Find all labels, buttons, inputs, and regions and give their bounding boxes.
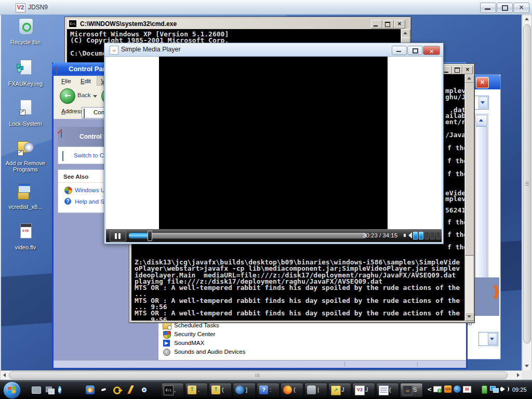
taskbar-button-folder-2[interactable]: ↑( xyxy=(209,383,232,397)
cmd1-titlebar[interactable]: C:\ C:\WINDOWS\system32\cmd.exe xyxy=(66,19,408,29)
chrome-icon[interactable] xyxy=(139,385,149,395)
scroll-up-arrow[interactable] xyxy=(401,29,410,38)
time-display: 30:23 / 34:15 xyxy=(363,232,397,238)
cmd2-close-button[interactable]: × xyxy=(462,66,473,74)
scrollbar-thumb[interactable] xyxy=(475,126,487,299)
volume-bar[interactable] xyxy=(419,232,423,240)
scroll-down-arrow[interactable] xyxy=(465,312,474,321)
mail-download-tray-icon[interactable]: ↓ xyxy=(433,385,442,393)
bg-window-close-button[interactable]: × xyxy=(476,77,489,88)
volume-tray-icon[interactable] xyxy=(500,385,509,393)
scroll-up-arrow[interactable] xyxy=(475,115,487,126)
taskbar-button-firefox[interactable]: ( xyxy=(281,383,303,397)
thunderbird-icon[interactable] xyxy=(99,385,109,395)
player-restore-button[interactable] xyxy=(407,46,422,55)
taskbar-button-app[interactable]: ?: xyxy=(257,383,280,397)
scroll-down-arrow[interactable] xyxy=(525,365,529,367)
security-center-icon xyxy=(163,331,171,339)
desktop-icon-video-flv[interactable]: 9:56 video.flv xyxy=(5,222,46,250)
cmd1-close-button[interactable]: × xyxy=(394,20,405,29)
media-player-icon[interactable] xyxy=(85,385,95,395)
cmd2-scrollbar[interactable] xyxy=(464,74,473,321)
scrollbar-thumb[interactable] xyxy=(9,371,508,379)
volume-bar[interactable] xyxy=(413,232,418,240)
cmd1-minimize-button[interactable] xyxy=(371,20,382,29)
scroll-up-arrow[interactable] xyxy=(465,74,474,83)
player-close-button[interactable]: ✕ xyxy=(423,46,440,55)
vnc-minimize-button[interactable] xyxy=(480,3,496,13)
vnc-horizontal-scrollbar[interactable] xyxy=(0,370,523,380)
window-media-player: ☕ Simple Media Player ✕ 30:23 / 34:15 xyxy=(104,43,444,244)
scrollbar-thumb[interactable] xyxy=(523,24,531,343)
seek-handle[interactable] xyxy=(148,231,152,241)
taskbar-button-folder-1[interactable]: ↑. xyxy=(185,383,208,397)
firefox-icon[interactable] xyxy=(72,385,82,395)
pause-icon xyxy=(118,233,121,239)
video-area[interactable] xyxy=(159,57,388,229)
back-dropdown-arrow[interactable] xyxy=(93,95,97,98)
cmd1-maximize-button[interactable] xyxy=(382,20,394,29)
desktop-icon-vcredist[interactable]: vcredist_x8... xyxy=(5,182,46,210)
key-icon[interactable] xyxy=(112,385,122,395)
start-button[interactable] xyxy=(3,381,21,399)
player-minimize-button[interactable] xyxy=(392,46,407,55)
scroll-left-arrow[interactable] xyxy=(3,373,6,377)
taskbar-button-cmd[interactable]: C:\, xyxy=(161,383,184,397)
terminal-fragment: mplev xyxy=(445,196,466,202)
taskbar-button-java-player[interactable]: ☕S xyxy=(400,383,423,397)
vnc-close-button[interactable]: × xyxy=(513,3,529,13)
bg-window-combobox-2[interactable] xyxy=(478,332,498,346)
control-panel-statusbar xyxy=(54,360,466,368)
scrollbar-thumb[interactable] xyxy=(465,83,474,256)
volume-bar[interactable] xyxy=(424,232,429,240)
desktop-icon-lock-system[interactable]: Lock-System xyxy=(5,99,46,127)
vnc-vertical-scrollbar[interactable] xyxy=(522,15,532,371)
folder-up-icon: ↑ xyxy=(211,385,220,394)
taskbar-button-gray-app[interactable]: | xyxy=(304,383,327,397)
installer-box-icon xyxy=(17,182,34,201)
minimize-icon xyxy=(396,51,401,52)
internet-explorer-icon[interactable]: e xyxy=(58,385,68,395)
taskbar-button-thunderbird[interactable]: ] xyxy=(233,383,256,397)
power-tray-icon[interactable] xyxy=(480,385,488,393)
desktop-icon-recycle-bin[interactable]: Recycle Bin xyxy=(5,17,46,45)
volume-bar[interactable] xyxy=(436,232,441,240)
menu-edit[interactable]: Edit xyxy=(77,77,95,85)
combo-dropdown-button[interactable] xyxy=(478,97,488,109)
gmail-tray-icon[interactable]: M xyxy=(462,385,471,393)
taskbar-button-installer[interactable]: ↗J xyxy=(328,383,351,397)
thunderbird-icon xyxy=(235,385,244,394)
windows-logo-icon xyxy=(8,386,16,394)
notepad-icon xyxy=(379,385,389,395)
window-switcher-icon[interactable] xyxy=(45,385,55,395)
vnc-maximize-button[interactable] xyxy=(497,3,513,13)
vnc-logo-icon: V2 xyxy=(16,3,25,12)
menu-file[interactable]: File xyxy=(58,77,75,85)
taskbar-button-vnc[interactable]: V2J xyxy=(352,383,375,397)
combo-dropdown-button[interactable] xyxy=(488,333,497,345)
gray-app-icon xyxy=(307,385,316,394)
desktop-icon-add-remove-programs[interactable]: Add or Remove Programs xyxy=(5,138,46,172)
u3-tray-icon[interactable]: U3 xyxy=(444,385,452,393)
scroll-right-arrow[interactable] xyxy=(517,373,520,377)
desktop-icon-fxaukey-reg[interactable]: FXAUKey.reg xyxy=(5,59,46,87)
seek-bar[interactable] xyxy=(128,232,367,239)
vnc-titlebar[interactable]: V2 JDSN9 × xyxy=(0,0,532,15)
control-panel-big-icon: ✓ xyxy=(61,129,62,138)
network-tray-icon[interactable] xyxy=(490,385,498,393)
java-cup-icon: ☕ xyxy=(403,385,413,395)
shortcut-file-icon xyxy=(17,99,34,117)
messenger-tray-icon[interactable] xyxy=(453,385,461,393)
taskbar-button-notepad[interactable]: ( xyxy=(376,383,399,397)
volume-bar[interactable] xyxy=(430,232,435,240)
back-button-label[interactable]: Back xyxy=(77,92,91,98)
pause-button[interactable] xyxy=(110,231,126,242)
tray-overflow-chevron[interactable]: < xyxy=(427,386,432,393)
lightning-icon[interactable] xyxy=(126,385,136,395)
taskbar-clock[interactable]: 09:25 xyxy=(512,387,527,393)
scroll-up-arrow[interactable] xyxy=(525,18,529,20)
folder-up-icon: ↑ xyxy=(188,385,196,394)
show-desktop-icon[interactable] xyxy=(31,385,41,395)
back-button[interactable]: ← xyxy=(60,88,75,104)
cmd2-maximize-button[interactable] xyxy=(452,66,462,74)
